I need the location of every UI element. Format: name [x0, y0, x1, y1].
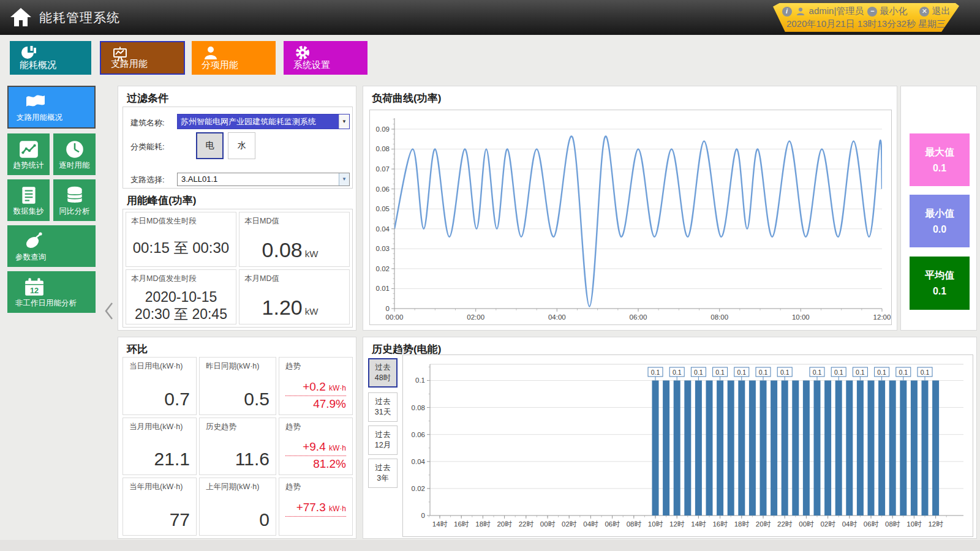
- history-bar: [706, 380, 713, 515]
- sidebar-collapse-chevron[interactable]: [104, 301, 114, 321]
- sidebar-item-label: 参数查询: [15, 252, 96, 263]
- svg-text:12时: 12时: [669, 520, 685, 528]
- filter-box: 建筑名称: 苏州智能电网产业园建筑能耗监测系统 ▼ 分类能耗: 电 水 支路选择…: [123, 107, 353, 189]
- svg-text:0.1: 0.1: [715, 369, 725, 376]
- tab-branch-energy[interactable]: 支路用能: [100, 41, 185, 75]
- branch-select[interactable]: 3.ALL01.1 ▼: [177, 173, 350, 186]
- energy-management-page: 能耗管理系统 i admin|管理员 − 最小化 ✕ 退出 2020年10月21…: [0, 0, 980, 551]
- sidebar-item-yoy-analysis[interactable]: 同比分析: [53, 179, 96, 221]
- datetime-text: 2020年10月21日 13时13分32秒 星期三: [773, 18, 959, 30]
- svg-text:0.08: 0.08: [376, 145, 390, 152]
- history-bar: [911, 380, 918, 515]
- filter-peak-panel: 过滤条件 建筑名称: 苏州智能电网产业园建筑能耗监测系统 ▼ 分类能耗: 电 水…: [118, 86, 356, 331]
- minimize-icon: −: [867, 7, 877, 17]
- period-button-31d[interactable]: 过去31天: [368, 392, 398, 422]
- svg-text:04:00: 04:00: [548, 313, 566, 321]
- today-md-value: 0.08kW: [239, 238, 341, 262]
- tab-system-settings[interactable]: 系统设置: [284, 41, 368, 75]
- clock-icon: [64, 139, 85, 160]
- svg-text:0.01: 0.01: [376, 285, 390, 292]
- building-select-value: 苏州智能电网产业园建筑能耗监测系统: [178, 114, 339, 129]
- tab-label: 分项用能: [202, 59, 238, 71]
- svg-text:14时: 14时: [691, 520, 706, 528]
- svg-text:0: 0: [421, 512, 425, 519]
- svg-text:08:00: 08:00: [710, 313, 728, 321]
- period-button-3y[interactable]: 过去3年: [368, 459, 398, 488]
- branch-label: 支路选择:: [130, 174, 165, 186]
- ring-grid: 当日用电(kW·h)0.7 昨日同期(kW·h)0.5 趋势 +0.2 kW·h…: [123, 357, 353, 536]
- tab-subitem-energy[interactable]: 分项用能: [192, 41, 276, 75]
- category-button-water[interactable]: 水: [228, 132, 255, 159]
- sidebar-item-parameter-query[interactable]: 参数查询: [7, 225, 96, 267]
- load-curve-line: [394, 136, 882, 306]
- history-bar: [824, 380, 831, 515]
- svg-text:0: 0: [386, 305, 390, 312]
- history-bar: [760, 380, 767, 515]
- sidebar-item-branch-overview[interactable]: 支路用能概况: [7, 86, 96, 129]
- month-md-period-card: 本月MD值发生时段 2020-10-15 20:30 至 20:45: [126, 269, 236, 324]
- sidebar-item-nonworkday-analysis[interactable]: 12 非工作日用能分析: [7, 271, 96, 313]
- sidebar-item-trend-stats[interactable]: 趋势统计: [7, 133, 50, 175]
- today-md-period-value: 00:15 至 00:30: [126, 238, 236, 258]
- avg-value-tile: 平均值0.1: [910, 257, 970, 310]
- home-icon[interactable]: [9, 5, 33, 29]
- app-title: 能耗管理系统: [39, 9, 120, 26]
- info-icon[interactable]: i: [782, 7, 792, 17]
- svg-text:22时: 22时: [519, 520, 534, 528]
- svg-text:04时: 04时: [842, 520, 858, 528]
- chevron-down-icon[interactable]: ▼: [339, 114, 349, 129]
- tab-label: 能耗概况: [20, 59, 56, 71]
- svg-text:0.06: 0.06: [412, 431, 425, 438]
- svg-text:20时: 20时: [497, 520, 512, 528]
- sidebar-item-hourly-energy[interactable]: 逐时用能: [53, 133, 96, 175]
- svg-text:12: 12: [30, 286, 39, 295]
- svg-text:02时: 02时: [562, 520, 577, 528]
- svg-text:10时: 10时: [648, 520, 663, 528]
- history-bar: [717, 380, 723, 515]
- svg-text:0.1: 0.1: [651, 369, 660, 376]
- svg-text:18时: 18时: [475, 520, 491, 528]
- ring-cell-yesterday: 昨日同期(kW·h)0.5: [199, 357, 276, 415]
- history-bar: [695, 380, 702, 515]
- logout-button[interactable]: ✕ 退出: [919, 6, 950, 17]
- chevron-down-icon[interactable]: ▼: [339, 173, 349, 186]
- period-button-48h[interactable]: 过去48时: [368, 358, 398, 388]
- bottom-strip: [0, 540, 980, 551]
- history-bar: [652, 380, 659, 515]
- history-bar: [878, 380, 885, 515]
- minimize-button[interactable]: − 最小化: [867, 6, 907, 17]
- svg-text:0.1: 0.1: [415, 377, 425, 384]
- max-value-tile: 最大值0.1: [910, 133, 970, 186]
- svg-text:00时: 00时: [540, 520, 556, 528]
- load-curve-title: 负荷曲线(功率): [372, 91, 441, 105]
- history-bar-chart-box: 00.020.040.060.080.114时16时18时20时22时00时02…: [402, 354, 973, 537]
- history-bar: [684, 380, 691, 515]
- category-button-electric[interactable]: 电: [196, 132, 224, 159]
- svg-text:0.1: 0.1: [813, 369, 822, 376]
- sidebar-item-data-reading[interactable]: 数据集抄: [7, 179, 50, 221]
- svg-text:0.02: 0.02: [412, 485, 425, 492]
- svg-text:0.1: 0.1: [737, 369, 746, 376]
- svg-text:0.04: 0.04: [376, 225, 390, 233]
- document-icon: [18, 185, 39, 206]
- history-bar: [835, 380, 842, 515]
- svg-text:02:00: 02:00: [467, 313, 484, 321]
- month-md-period-value: 2020-10-15 20:30 至 20:45: [126, 288, 236, 323]
- period-button-12m[interactable]: 过去12月: [368, 425, 398, 455]
- svg-text:14时: 14时: [432, 520, 448, 528]
- svg-text:02时: 02时: [820, 520, 835, 528]
- filter-title: 过滤条件: [127, 91, 168, 105]
- tab-energy-overview[interactable]: 能耗概况: [10, 41, 91, 75]
- calendar-icon: 12: [22, 277, 47, 298]
- tab-label: 系统设置: [293, 59, 330, 71]
- svg-text:16时: 16时: [454, 520, 469, 528]
- history-bar: [868, 380, 875, 515]
- svg-text:06时: 06时: [864, 520, 879, 528]
- user-icon: [796, 7, 805, 17]
- svg-text:12:00: 12:00: [873, 313, 891, 321]
- building-select[interactable]: 苏州智能电网产业园建筑能耗监测系统 ▼: [177, 114, 350, 129]
- user-badge-row1: i admin|管理员 − 最小化 ✕ 退出: [773, 6, 959, 17]
- svg-text:0.02: 0.02: [376, 265, 390, 272]
- svg-text:0.1: 0.1: [780, 369, 790, 376]
- person-icon: [203, 45, 219, 61]
